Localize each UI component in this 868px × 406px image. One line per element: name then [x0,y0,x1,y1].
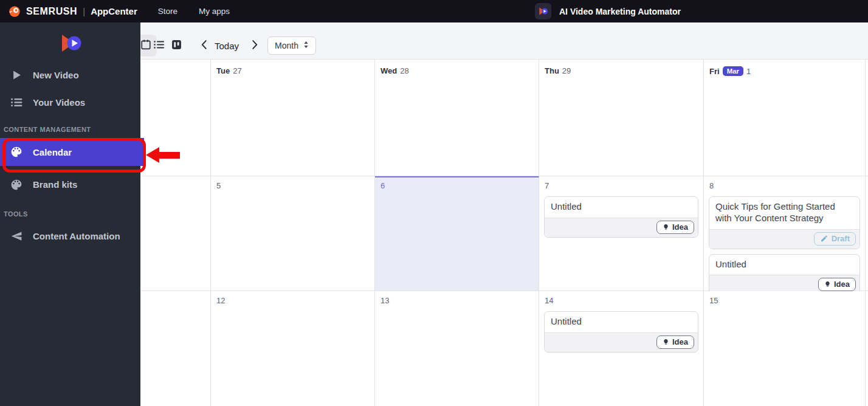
day-number: 15 [704,291,865,308]
draft-pencil-icon [820,235,828,243]
sidebar-item-brand-kits[interactable]: Brand kits [0,171,140,198]
list-view-button[interactable] [151,37,168,54]
sidebar-section-content-management: CONTENT MANAGEMENT [4,126,140,133]
day-cell-13[interactable]: 13 [375,291,539,406]
event-title: Quick Tips for Getting Started with Your… [709,197,859,229]
brand[interactable]: SEMRUSH | AppCenter [0,5,137,18]
event-card[interactable]: Untitled Idea [709,254,860,295]
event-footer: Idea [545,332,698,352]
event-title: Untitled [545,197,698,218]
app-logo-icon [535,3,551,19]
semrush-logo-icon [8,5,21,18]
nav-my-apps[interactable]: My apps [199,7,230,16]
previous-period-button[interactable] [196,38,211,53]
list-view-icon [154,40,165,52]
day-cell-14[interactable]: 14 Untitled Idea [539,291,704,406]
day-header: Thu 29 [539,60,703,78]
today-button[interactable]: Today [211,38,243,53]
lightbulb-icon [663,338,669,346]
day-cell-12[interactable]: 12 [211,291,375,406]
board-view-button[interactable] [168,37,185,54]
next-period-button[interactable] [247,38,262,53]
annotation-arrow-shaft [159,152,180,159]
day-number: 5 [211,176,374,193]
day-cell-8[interactable]: 8 Quick Tips for Getting Started with Yo… [704,176,866,291]
sidebar-item-label: Calendar [33,147,72,157]
day-cell-partial[interactable] [140,291,211,406]
sidebar-item-label: Your Videos [33,97,85,108]
day-number: 6 [375,177,539,193]
draft-status-badge: Draft [814,232,856,246]
board-view-icon [171,40,182,52]
sidebar-section-tools: TOOLS [4,210,140,218]
top-navigation: Store My apps [158,7,230,16]
brand-product: AppCenter [91,6,137,16]
sidebar-item-your-videos[interactable]: Your Videos [0,89,140,116]
day-cell-5[interactable]: 5 [211,176,375,291]
event-card[interactable]: Untitled Idea [544,311,698,353]
day-cell-7[interactable]: 7 Untitled Idea [539,176,704,291]
event-footer: Idea [545,218,698,237]
sidebar-item-label: New Video [33,70,79,80]
calendar-week-row: 12 13 14 Untitled Idea 15 [140,291,868,406]
main-area: Today Month Tue 27 Wed 28 [140,22,868,406]
brand-divider: | [83,6,85,16]
day-cell-partial[interactable] [140,176,211,291]
annotation-arrow-head [146,147,159,163]
event-title: Untitled [545,312,698,332]
day-header: Wed 28 [375,60,539,78]
day-cell-15[interactable]: 15 [704,291,866,406]
day-number: 7 [539,176,703,193]
sidebar-item-new-video[interactable]: New Video [0,61,140,89]
app-title: AI Video Marketing Automator [559,7,681,16]
idea-status-badge: Idea [818,278,856,291]
day-cell-6-selected[interactable]: 6 [375,176,539,291]
lightbulb-icon [663,223,669,231]
sidebar-item-label: Content Automation [33,231,120,241]
send-icon [10,230,23,242]
palette-icon [10,146,23,158]
sidebar-item-label: Brand kits [33,179,77,190]
day-cell-sliver [866,291,868,406]
event-card[interactable]: Quick Tips for Getting Started with Your… [709,196,860,249]
brand-name: SEMRUSH [26,6,77,17]
calendar-week-row: 5 6 7 Untitled Idea 8 [140,176,868,291]
app-logo-icon-large [0,32,140,54]
calendar-grid: Tue 27 Wed 28 Thu 29 Fri Mar [140,59,868,406]
day-cell-mar-1[interactable]: Fri Mar 1 [704,60,866,176]
day-cell-feb-28[interactable]: Wed 28 [375,60,539,176]
idea-status-badge: Idea [656,335,694,349]
idea-status-badge: Idea [656,221,694,234]
day-number: 8 [704,176,865,193]
event-footer: Draft [709,229,859,249]
palette-icon [10,179,23,191]
sort-arrows-icon [303,41,309,50]
day-number: 13 [375,291,539,308]
event-title: Untitled [709,255,859,275]
lightbulb-icon [824,280,831,288]
calendar-view-icon [140,39,151,52]
sidebar: New Video Your Videos CONTENT MANAGEMENT… [0,22,140,406]
play-icon [10,70,23,80]
day-cell-feb-27[interactable]: Tue 27 [211,60,375,176]
event-card[interactable]: Untitled Idea [544,196,698,238]
calendar-week-row: Tue 27 Wed 28 Thu 29 Fri Mar [140,60,868,176]
day-header: Tue 27 [211,60,374,78]
chevron-right-icon [252,40,258,52]
top-bar: SEMRUSH | AppCenter Store My apps AI Vid… [0,0,868,22]
day-cell-sliver [866,60,868,176]
day-cell-sliver [866,176,868,291]
chevron-left-icon [201,40,207,52]
list-icon [10,98,23,107]
day-header: Fri Mar 1 [704,60,865,78]
app-header: AI Video Marketing Automator [535,0,681,22]
view-selector-value: Month [275,41,298,50]
day-cell-feb-29[interactable]: Thu 29 [539,60,704,176]
nav-store[interactable]: Store [158,7,177,16]
day-number: 14 [539,291,703,308]
sidebar-item-calendar[interactable]: Calendar [0,138,144,166]
day-number: 12 [211,291,374,308]
month-badge: Mar [723,66,743,76]
sidebar-item-content-automation[interactable]: Content Automation [0,222,140,250]
view-selector-dropdown[interactable]: Month [267,36,316,55]
